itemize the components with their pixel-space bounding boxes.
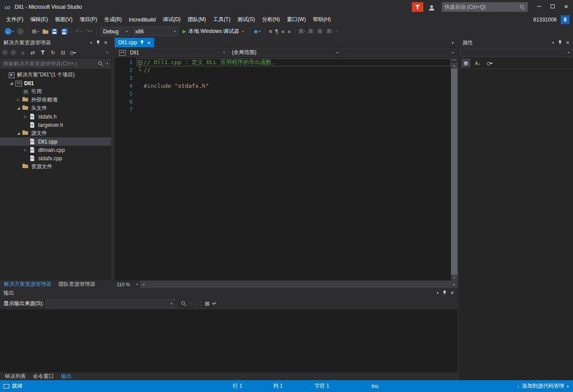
tree-item-dll1-cpp[interactable]: Dll1.cpp	[0, 137, 111, 146]
increase-indent-button[interactable]: »	[286, 27, 292, 36]
tab-team-explorer[interactable]: 团队资源管理器	[55, 280, 98, 288]
project-dropdown[interactable]: Dll1 ▾	[115, 48, 228, 57]
next-message-button[interactable]: ↓	[193, 299, 198, 309]
tree-item-external-dependencies[interactable]: ▷外部依赖项	[0, 96, 111, 104]
pin-icon[interactable]	[443, 290, 447, 295]
expander-icon[interactable]: ◢	[15, 106, 22, 110]
tree-item-references[interactable]: 引用	[0, 87, 111, 96]
properties-icon[interactable]	[69, 49, 77, 56]
toggle-bookmark-button[interactable]: ▾	[298, 27, 307, 36]
pin-tab-icon[interactable]	[140, 40, 144, 45]
send-feedback-button[interactable]	[426, 2, 437, 12]
menu-item-file[interactable]: 文件(F)	[3, 14, 27, 25]
solution-tree[interactable]: 解决方案"Dll1"(1 个项目)◢Dll1引用▷外部依赖项◢头文件▷stdaf…	[0, 69, 111, 280]
expander-icon[interactable]: ▷	[22, 115, 29, 119]
solution-configurations-combo[interactable]: Debug▾	[101, 27, 130, 36]
output-content[interactable]	[0, 309, 458, 372]
menu-item-team[interactable]: 团队(M)	[184, 14, 209, 25]
categorized-button[interactable]: ▦	[461, 59, 470, 67]
show-whitespace-button[interactable]: ¶	[274, 27, 280, 36]
add-to-source-control-button[interactable]: ↑ 添加到源代码管理 ▴	[517, 380, 569, 392]
next-bookmark-button[interactable]: ↓	[317, 27, 325, 36]
view-code-button[interactable]: ≡	[267, 27, 274, 36]
pin-icon[interactable]	[96, 40, 100, 45]
menu-item-build[interactable]: 生成(B)	[101, 14, 125, 25]
scroll-down-icon[interactable]: ▾	[451, 275, 458, 281]
tree-item-stdafx-h[interactable]: ▷stdafx.h	[0, 112, 111, 121]
properties-object-combo[interactable]: ▾	[460, 48, 572, 57]
tab-output[interactable]: 输出	[58, 372, 75, 380]
menu-item-help[interactable]: 帮助(H)	[310, 14, 335, 25]
menu-item-analyze[interactable]: 分析(N)	[259, 14, 284, 25]
zoom-control[interactable]: 110 % ▾	[115, 281, 140, 288]
menu-item-project[interactable]: 项目(P)	[76, 14, 101, 25]
menu-item-window[interactable]: 窗口(W)	[283, 14, 309, 25]
scrollbar-thumb[interactable]	[451, 68, 458, 275]
clear-all-button[interactable]: ⊠	[203, 299, 211, 309]
scroll-left-icon[interactable]: ◂	[140, 282, 147, 287]
scope-dropdown[interactable]: (全局范围) ▾	[229, 48, 341, 57]
menu-item-test[interactable]: 测试(S)	[234, 14, 259, 25]
tree-item-source-files[interactable]: ◢源文件	[0, 129, 111, 137]
toolbar-overflow-icon[interactable]: ▾	[106, 50, 109, 54]
scrollbar-track[interactable]	[147, 281, 451, 288]
close-icon[interactable]: ×	[104, 40, 108, 46]
close-icon[interactable]: ×	[450, 290, 454, 296]
decrease-indent-button[interactable]: «	[280, 27, 286, 36]
horizontal-scrollbar[interactable]: ◂ ▸	[140, 281, 458, 288]
expander-icon[interactable]: ◢	[8, 81, 15, 85]
tab-error-list[interactable]: 错误列表	[2, 372, 29, 380]
property-pages-button[interactable]	[485, 59, 494, 67]
panel-splitter[interactable]	[111, 38, 115, 288]
menu-item-incredibuild[interactable]: Incredibuild	[125, 14, 159, 25]
switch-views-icon[interactable]: ⇄	[29, 49, 36, 56]
clear-bookmarks-button[interactable]: ×	[326, 27, 335, 36]
navigate-forward-button[interactable]: →	[16, 27, 25, 36]
quick-launch-input[interactable]	[444, 4, 519, 10]
solution-search-input[interactable]	[3, 61, 96, 67]
find-message-button[interactable]	[180, 299, 188, 309]
alphabetical-button[interactable]: A↓	[473, 59, 482, 67]
splitter-grip[interactable]	[451, 58, 458, 63]
window-position-icon[interactable]: ▾	[90, 41, 92, 45]
menu-item-edit[interactable]: 编辑(E)	[27, 14, 51, 25]
forward-icon[interactable]: →	[11, 50, 16, 55]
tab-solution-explorer[interactable]: 解决方案资源管理器	[1, 280, 54, 288]
tree-item-targetver-h[interactable]: targetver.h	[0, 121, 111, 129]
tab-dll1-cpp[interactable]: Dll1.cpp ×	[115, 38, 154, 47]
collapse-region-icon[interactable]	[138, 61, 142, 65]
vertical-scrollbar[interactable]: ▴ ▾	[451, 58, 458, 281]
tree-item-project-dll1[interactable]: ◢Dll1	[0, 79, 111, 87]
menu-item-view[interactable]: 视图(V)	[51, 14, 76, 25]
expander-icon[interactable]: ▷	[22, 148, 29, 152]
close-tab-icon[interactable]: ×	[147, 40, 151, 46]
new-project-button[interactable]: ⊞▾	[31, 27, 40, 36]
undo-button[interactable]: ↶▾	[74, 27, 83, 36]
menu-item-debug[interactable]: 调试(D)	[159, 14, 184, 25]
code-editor[interactable]: 1// Dll1.cpp : 定义 DLL 应用程序的导出函数。2//34#in…	[115, 58, 451, 281]
tab-command-window[interactable]: 命令窗口	[30, 372, 57, 380]
back-icon[interactable]: ←	[2, 50, 8, 55]
collapse-all-icon[interactable]: ⊟	[59, 49, 67, 56]
close-button[interactable]: ×	[559, 0, 573, 12]
feedback-button[interactable]	[412, 2, 423, 12]
tree-item-dllmain-cpp[interactable]: ▷dllmain.cpp	[0, 146, 111, 154]
expander-icon[interactable]: ◢	[15, 131, 22, 135]
maximize-button[interactable]	[546, 0, 559, 12]
window-position-icon[interactable]: ▾	[437, 291, 439, 295]
window-position-icon[interactable]: ▾	[552, 41, 554, 45]
save-button[interactable]	[50, 27, 58, 36]
members-dropdown[interactable]: ▾	[342, 48, 457, 57]
open-file-button[interactable]	[41, 27, 50, 36]
redo-button[interactable]: ↷▾	[84, 27, 94, 36]
account-badge[interactable]: 8	[561, 15, 569, 24]
tree-item-resource-files[interactable]: 资源文件	[0, 162, 111, 171]
home-icon[interactable]: ⌂	[19, 49, 26, 56]
solution-platforms-combo[interactable]: x86▾	[133, 27, 178, 36]
tree-item-solution[interactable]: 解决方案"Dll1"(1 个项目)	[0, 71, 111, 79]
menu-item-tools[interactable]: 工具(T)	[209, 14, 234, 25]
start-debugging-button[interactable]: ▶本地 Windows 调试器▾	[180, 27, 247, 36]
minimize-button[interactable]	[532, 0, 546, 12]
toggle-word-wrap-button[interactable]: ↵	[211, 299, 218, 309]
refresh-icon[interactable]: ↻	[49, 49, 57, 56]
